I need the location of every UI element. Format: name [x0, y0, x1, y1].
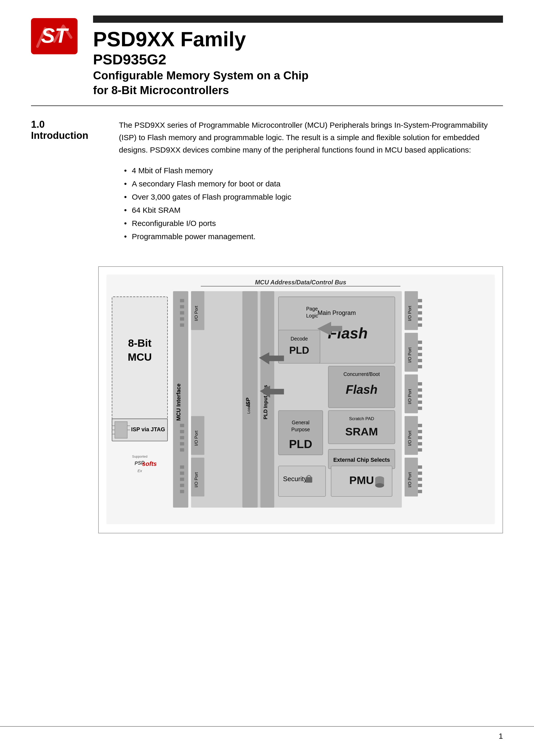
- title-area: PSD9XX Family PSD935G2 Configurable Memo…: [93, 15, 503, 98]
- intro-paragraph: The PSD9XX series of Programmable Microc…: [119, 119, 503, 156]
- svg-rect-90: [418, 436, 422, 439]
- svg-rect-9: [115, 421, 127, 438]
- svg-rect-74: [418, 305, 422, 309]
- svg-text:Concurrent/Boot: Concurrent/Boot: [343, 371, 380, 377]
- bullet-list: 4 Mbit of Flash memory A secondary Flash…: [124, 164, 503, 243]
- svg-text:softs: softs: [142, 460, 157, 467]
- svg-rect-99: [180, 305, 184, 309]
- svg-text:Security: Security: [283, 475, 307, 482]
- svg-rect-110: [180, 477, 184, 481]
- logo-area: ST: [31, 18, 78, 55]
- svg-rect-79: [418, 347, 422, 350]
- svg-text:Scratch PAD: Scratch PAD: [349, 416, 374, 421]
- footer: 1: [0, 726, 534, 741]
- bullet-6: Programmable power management.: [124, 230, 503, 243]
- sub-title: PSD935G2: [93, 51, 503, 68]
- svg-text:ISP via JTAG: ISP via JTAG: [131, 426, 165, 433]
- section-label: 1.0 Introduction: [31, 119, 103, 243]
- svg-rect-82: [418, 365, 422, 368]
- svg-text:Decode: Decode: [290, 336, 308, 341]
- svg-text:General: General: [292, 420, 310, 425]
- svg-rect-93: [418, 465, 422, 469]
- svg-rect-88: [418, 424, 422, 427]
- svg-text:8-Bit: 8-Bit: [128, 337, 151, 349]
- svg-rect-108: [180, 465, 184, 469]
- svg-rect-104: [180, 430, 184, 433]
- svg-rect-83: [418, 382, 422, 386]
- svg-rect-80: [418, 353, 422, 356]
- svg-rect-95: [418, 477, 422, 481]
- svg-rect-92: [418, 448, 422, 451]
- svg-rect-5: [112, 297, 168, 435]
- main-title: PSD9XX Family: [93, 28, 503, 51]
- svg-rect-94: [418, 471, 422, 475]
- svg-text:I/O Port: I/O Port: [194, 430, 199, 446]
- svg-text:I/O Port: I/O Port: [194, 306, 199, 321]
- svg-text:External Chip Selects: External Chip Selects: [333, 457, 390, 463]
- svg-text:MCU Address/Data/Control Bus: MCU Address/Data/Control Bus: [255, 279, 346, 285]
- bullet-4: 64 Kbit SRAM: [124, 203, 503, 217]
- svg-rect-81: [418, 359, 422, 362]
- svg-rect-103: [180, 424, 184, 427]
- svg-text:I/O Port: I/O Port: [407, 472, 412, 487]
- svg-text:Supported: Supported: [132, 454, 147, 458]
- svg-rect-111: [180, 483, 184, 487]
- svg-rect-112: [180, 490, 184, 493]
- st-logo: ST: [31, 18, 78, 54]
- svg-text:Ex: Ex: [138, 468, 142, 472]
- svg-rect-105: [180, 436, 184, 439]
- svg-rect-85: [418, 394, 422, 398]
- svg-text:Purpose: Purpose: [291, 427, 310, 432]
- svg-rect-106: [180, 442, 184, 446]
- section-name: Introduction: [31, 130, 103, 141]
- svg-text:I/O Port: I/O Port: [407, 389, 412, 404]
- svg-text:Main Program: Main Program: [317, 309, 356, 316]
- svg-rect-100: [180, 311, 184, 314]
- svg-text:I/O Port: I/O Port: [407, 347, 412, 363]
- svg-rect-75: [418, 311, 422, 314]
- bullet-5: Reconfigurable I/O ports: [124, 217, 503, 230]
- svg-rect-76: [418, 317, 422, 321]
- svg-rect-101: [180, 317, 184, 321]
- section-number: 1.0: [31, 119, 103, 130]
- diagram-svg: MCU Address/Data/Control Bus 8-Bit MCU I…: [106, 275, 495, 524]
- bullet-1: 4 Mbit of Flash memory: [124, 164, 503, 177]
- svg-rect-78: [418, 340, 422, 344]
- block-diagram: MCU Address/Data/Control Bus 8-Bit MCU I…: [98, 266, 503, 534]
- svg-rect-98: [180, 299, 184, 302]
- svg-rect-51: [306, 477, 312, 482]
- svg-text:Logic: Logic: [306, 313, 318, 318]
- svg-text:Loader: Loader: [246, 401, 251, 414]
- svg-rect-96: [418, 483, 422, 487]
- svg-rect-97: [418, 490, 422, 493]
- svg-rect-91: [418, 442, 422, 446]
- svg-text:I/O Port: I/O Port: [407, 430, 412, 446]
- svg-rect-84: [418, 388, 422, 392]
- description-title: Configurable Memory System on a Chip for…: [93, 68, 503, 97]
- svg-rect-89: [418, 430, 422, 433]
- svg-text:MCU Interface: MCU Interface: [175, 383, 182, 421]
- svg-rect-107: [180, 448, 184, 451]
- svg-rect-77: [418, 323, 422, 327]
- svg-point-56: [375, 483, 384, 487]
- svg-text:MCU: MCU: [128, 351, 152, 363]
- main-content: 1.0 Introduction The PSD9XX series of Pr…: [0, 106, 534, 256]
- bullet-2: A secondary Flash memory for boot or dat…: [124, 177, 503, 190]
- bullet-3: Over 3,000 gates of Flash programmable l…: [124, 190, 503, 203]
- svg-text:SRAM: SRAM: [345, 425, 378, 438]
- svg-rect-102: [180, 323, 184, 327]
- svg-rect-73: [418, 299, 422, 302]
- header: ST PSD9XX Family PSD935G2 Configurable M…: [0, 0, 534, 105]
- svg-rect-86: [418, 400, 422, 404]
- page-number: 1: [498, 732, 503, 741]
- svg-rect-109: [180, 471, 184, 475]
- svg-text:PMU: PMU: [349, 474, 374, 486]
- svg-text:PLD: PLD: [289, 344, 309, 356]
- svg-rect-87: [418, 406, 422, 410]
- section-body: The PSD9XX series of Programmable Microc…: [119, 119, 503, 243]
- svg-text:Flash: Flash: [346, 383, 377, 396]
- top-bar: [93, 15, 503, 23]
- svg-text:I/O Port: I/O Port: [194, 472, 199, 487]
- svg-text:I/O Port: I/O Port: [407, 306, 412, 321]
- svg-text:PLD: PLD: [289, 437, 312, 450]
